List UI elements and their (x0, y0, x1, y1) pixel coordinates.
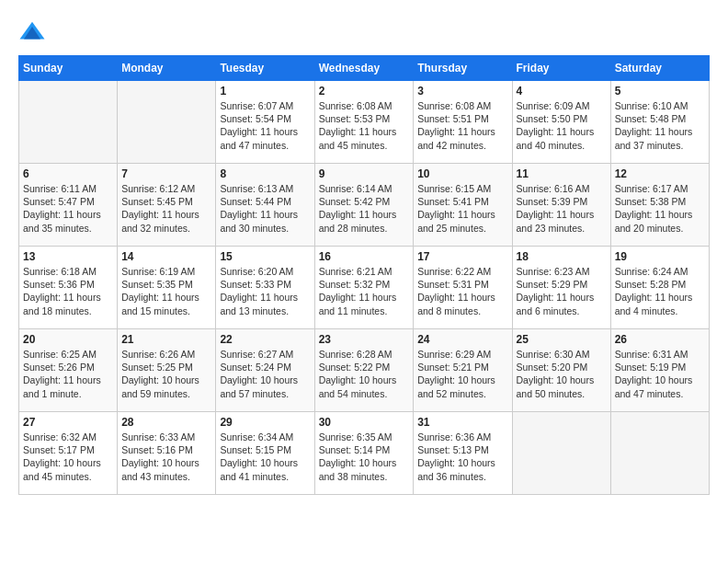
logo (18, 18, 51, 46)
calendar-day-cell: 18Sunrise: 6:23 AM Sunset: 5:29 PM Dayli… (512, 247, 610, 329)
calendar-week-1: 1Sunrise: 6:07 AM Sunset: 5:54 PM Daylig… (19, 81, 710, 164)
calendar-header-tuesday: Tuesday (216, 56, 314, 81)
day-number: 31 (417, 416, 507, 429)
day-info: Sunrise: 6:27 AM Sunset: 5:24 PM Dayligh… (220, 348, 310, 400)
calendar-day-cell: 3Sunrise: 6:08 AM Sunset: 5:51 PM Daylig… (414, 81, 512, 164)
day-info: Sunrise: 6:08 AM Sunset: 5:53 PM Dayligh… (319, 99, 410, 152)
calendar-header-wednesday: Wednesday (314, 56, 414, 81)
day-number: 4 (517, 85, 607, 98)
day-number: 22 (220, 333, 310, 346)
calendar-day-cell: 4Sunrise: 6:09 AM Sunset: 5:50 PM Daylig… (512, 81, 610, 164)
calendar-day-cell: 22Sunrise: 6:27 AM Sunset: 5:24 PM Dayli… (216, 329, 314, 412)
day-number: 3 (417, 85, 507, 98)
calendar-header-row: SundayMondayTuesdayWednesdayThursdayFrid… (19, 56, 710, 81)
day-info: Sunrise: 6:14 AM Sunset: 5:42 PM Dayligh… (319, 182, 410, 235)
calendar-table: SundayMondayTuesdayWednesdayThursdayFrid… (18, 55, 710, 495)
calendar-day-cell: 13Sunrise: 6:18 AM Sunset: 5:36 PM Dayli… (19, 247, 118, 329)
day-number: 9 (319, 167, 410, 180)
calendar-day-cell: 28Sunrise: 6:33 AM Sunset: 5:16 PM Dayli… (118, 412, 216, 495)
day-info: Sunrise: 6:09 AM Sunset: 5:50 PM Dayligh… (517, 99, 607, 152)
calendar-day-cell: 17Sunrise: 6:22 AM Sunset: 5:31 PM Dayli… (414, 247, 512, 329)
calendar-day-cell: 16Sunrise: 6:21 AM Sunset: 5:32 PM Dayli… (314, 247, 414, 329)
day-number: 14 (121, 250, 211, 263)
day-number: 30 (319, 416, 410, 429)
calendar-week-4: 20Sunrise: 6:25 AM Sunset: 5:26 PM Dayli… (19, 329, 710, 412)
calendar-header-sunday: Sunday (19, 56, 118, 81)
calendar-day-cell: 29Sunrise: 6:34 AM Sunset: 5:15 PM Dayli… (216, 412, 314, 495)
day-number: 20 (23, 333, 113, 346)
calendar-day-cell: 2Sunrise: 6:08 AM Sunset: 5:53 PM Daylig… (314, 81, 414, 164)
day-info: Sunrise: 6:28 AM Sunset: 5:22 PM Dayligh… (319, 348, 410, 400)
day-number: 24 (417, 333, 507, 346)
day-number: 26 (615, 333, 705, 346)
day-info: Sunrise: 6:35 AM Sunset: 5:14 PM Dayligh… (319, 431, 410, 483)
day-info: Sunrise: 6:33 AM Sunset: 5:16 PM Dayligh… (121, 431, 211, 483)
calendar-day-cell: 12Sunrise: 6:17 AM Sunset: 5:38 PM Dayli… (610, 164, 709, 247)
day-number: 27 (23, 416, 113, 429)
day-number: 15 (220, 250, 310, 263)
calendar-day-cell: 1Sunrise: 6:07 AM Sunset: 5:54 PM Daylig… (216, 81, 314, 164)
page-header (18, 18, 710, 46)
day-number: 6 (23, 167, 113, 180)
calendar-day-cell (512, 412, 610, 495)
calendar-header-monday: Monday (118, 56, 216, 81)
calendar-day-cell: 19Sunrise: 6:24 AM Sunset: 5:28 PM Dayli… (610, 247, 709, 329)
calendar-week-5: 27Sunrise: 6:32 AM Sunset: 5:17 PM Dayli… (19, 412, 710, 495)
day-info: Sunrise: 6:16 AM Sunset: 5:39 PM Dayligh… (517, 182, 607, 235)
calendar-day-cell: 6Sunrise: 6:11 AM Sunset: 5:47 PM Daylig… (19, 164, 118, 247)
day-info: Sunrise: 6:29 AM Sunset: 5:21 PM Dayligh… (417, 348, 507, 400)
day-info: Sunrise: 6:23 AM Sunset: 5:29 PM Dayligh… (517, 265, 607, 317)
calendar-day-cell: 24Sunrise: 6:29 AM Sunset: 5:21 PM Dayli… (414, 329, 512, 412)
day-number: 1 (220, 85, 310, 98)
day-info: Sunrise: 6:22 AM Sunset: 5:31 PM Dayligh… (417, 265, 507, 317)
day-number: 13 (23, 250, 113, 263)
day-number: 2 (319, 85, 410, 98)
day-info: Sunrise: 6:11 AM Sunset: 5:47 PM Dayligh… (23, 182, 113, 235)
day-info: Sunrise: 6:30 AM Sunset: 5:20 PM Dayligh… (517, 348, 607, 400)
calendar-day-cell: 14Sunrise: 6:19 AM Sunset: 5:35 PM Dayli… (118, 247, 216, 329)
calendar-header-friday: Friday (512, 56, 610, 81)
day-info: Sunrise: 6:36 AM Sunset: 5:13 PM Dayligh… (417, 431, 507, 483)
day-number: 11 (517, 167, 607, 180)
calendar-day-cell: 23Sunrise: 6:28 AM Sunset: 5:22 PM Dayli… (314, 329, 414, 412)
logo-icon (18, 18, 46, 46)
day-number: 19 (615, 250, 705, 263)
day-number: 8 (220, 167, 310, 180)
calendar-day-cell: 7Sunrise: 6:12 AM Sunset: 5:45 PM Daylig… (118, 164, 216, 247)
day-number: 25 (517, 333, 607, 346)
day-info: Sunrise: 6:07 AM Sunset: 5:54 PM Dayligh… (220, 99, 310, 152)
day-info: Sunrise: 6:12 AM Sunset: 5:45 PM Dayligh… (121, 182, 211, 235)
calendar-day-cell: 21Sunrise: 6:26 AM Sunset: 5:25 PM Dayli… (118, 329, 216, 412)
calendar-header-thursday: Thursday (414, 56, 512, 81)
day-number: 28 (121, 416, 211, 429)
calendar-day-cell: 30Sunrise: 6:35 AM Sunset: 5:14 PM Dayli… (314, 412, 414, 495)
day-number: 5 (615, 85, 705, 98)
day-info: Sunrise: 6:13 AM Sunset: 5:44 PM Dayligh… (220, 182, 310, 235)
day-number: 12 (615, 167, 705, 180)
day-info: Sunrise: 6:18 AM Sunset: 5:36 PM Dayligh… (23, 265, 113, 317)
day-number: 21 (121, 333, 211, 346)
day-number: 17 (417, 250, 507, 263)
day-info: Sunrise: 6:21 AM Sunset: 5:32 PM Dayligh… (319, 265, 410, 317)
day-info: Sunrise: 6:10 AM Sunset: 5:48 PM Dayligh… (615, 99, 705, 152)
calendar-day-cell (610, 412, 709, 495)
day-info: Sunrise: 6:32 AM Sunset: 5:17 PM Dayligh… (23, 431, 113, 483)
calendar-day-cell (118, 81, 216, 164)
day-number: 7 (121, 167, 211, 180)
calendar-week-3: 13Sunrise: 6:18 AM Sunset: 5:36 PM Dayli… (19, 247, 710, 329)
day-number: 23 (319, 333, 410, 346)
day-info: Sunrise: 6:31 AM Sunset: 5:19 PM Dayligh… (615, 348, 705, 400)
calendar-week-2: 6Sunrise: 6:11 AM Sunset: 5:47 PM Daylig… (19, 164, 710, 247)
calendar-day-cell: 31Sunrise: 6:36 AM Sunset: 5:13 PM Dayli… (414, 412, 512, 495)
day-info: Sunrise: 6:08 AM Sunset: 5:51 PM Dayligh… (417, 99, 507, 152)
day-info: Sunrise: 6:25 AM Sunset: 5:26 PM Dayligh… (23, 348, 113, 400)
calendar-header-saturday: Saturday (610, 56, 709, 81)
calendar-day-cell: 9Sunrise: 6:14 AM Sunset: 5:42 PM Daylig… (314, 164, 414, 247)
day-number: 18 (517, 250, 607, 263)
calendar-day-cell (19, 81, 118, 164)
day-info: Sunrise: 6:17 AM Sunset: 5:38 PM Dayligh… (615, 182, 705, 235)
calendar-day-cell: 8Sunrise: 6:13 AM Sunset: 5:44 PM Daylig… (216, 164, 314, 247)
day-number: 10 (417, 167, 507, 180)
calendar-day-cell: 11Sunrise: 6:16 AM Sunset: 5:39 PM Dayli… (512, 164, 610, 247)
calendar-day-cell: 27Sunrise: 6:32 AM Sunset: 5:17 PM Dayli… (19, 412, 118, 495)
